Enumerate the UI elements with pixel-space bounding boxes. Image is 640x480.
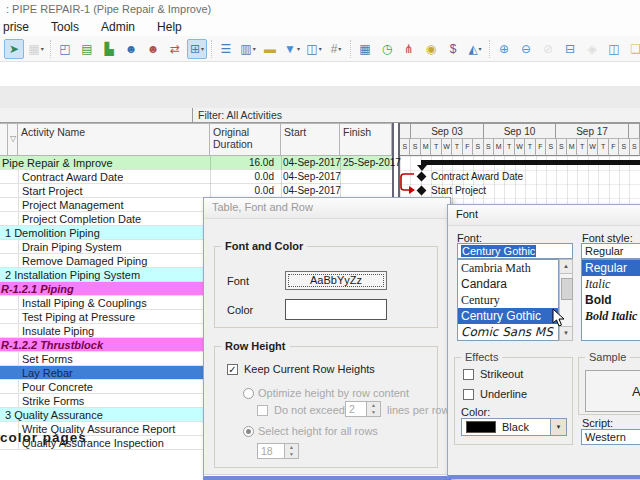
menu-item-tools[interactable]: Tools xyxy=(51,20,79,34)
strikeout-checkbox[interactable] xyxy=(463,369,474,380)
font-sample-button[interactable]: AaBbYyZz xyxy=(285,271,387,290)
font-option[interactable]: Century xyxy=(458,292,558,308)
optimize-height-radio[interactable] xyxy=(243,388,254,399)
activity-network-icon[interactable]: ⊞▾ xyxy=(187,39,207,59)
dropdown-caret-icon[interactable]: ▾ xyxy=(319,45,322,52)
trace-logic-icon[interactable]: ⇄ xyxy=(165,39,185,59)
dropdown-arrow-icon[interactable]: ▼ xyxy=(550,419,566,435)
underline-checkbox[interactable] xyxy=(463,389,474,400)
toolbar-separator xyxy=(211,40,212,58)
gantt-day-header[interactable]: SSMTWTFSSMTWTFSSMTWTFSS xyxy=(400,139,640,156)
dropdown-caret-icon[interactable]: ▾ xyxy=(41,45,44,52)
bar-chart-icon[interactable]: ▙ xyxy=(99,39,119,59)
font-style-list[interactable]: RegularItalicBoldBold Italic xyxy=(581,259,640,341)
day-header: F xyxy=(609,139,619,156)
day-header: W xyxy=(515,139,525,156)
font-style-input[interactable]: Regular xyxy=(581,243,640,259)
header-start[interactable]: Start xyxy=(281,123,340,156)
filter-funnel-icon[interactable]: ▼▾ xyxy=(282,39,302,59)
pointer-tool-icon[interactable]: ➤ xyxy=(4,39,24,59)
resource-cost-icon[interactable]: $ xyxy=(443,39,463,59)
activity-name: 3 Quality Assurance xyxy=(5,409,103,421)
activity-table-icon[interactable]: ▤ xyxy=(77,39,97,59)
reports-icon[interactable]: ◭▾ xyxy=(465,39,485,59)
group-title: Sample xyxy=(585,351,630,363)
font-list-scrollbar[interactable]: ▲ ▼ xyxy=(559,259,573,341)
start-date: 04-Sep-2017 xyxy=(283,171,341,182)
resource-profile-icon[interactable]: ☻ xyxy=(143,39,163,59)
summary-bar[interactable] xyxy=(421,160,640,165)
layouts-icon[interactable]: ◫▾ xyxy=(304,39,324,59)
scroll-up-icon[interactable]: ▲ xyxy=(560,260,572,274)
font-color-dropdown[interactable]: Black ▼ xyxy=(461,418,567,436)
scroll-down-icon[interactable]: ▼ xyxy=(560,326,572,340)
font-option[interactable]: Candara xyxy=(458,276,558,292)
font-style-option[interactable]: Regular xyxy=(582,260,640,276)
dropdown-caret-icon[interactable]: ▾ xyxy=(253,45,256,52)
layout-band xyxy=(0,62,640,86)
group-sort-icon[interactable]: ☰ xyxy=(216,39,236,59)
header-original-duration[interactable]: Original Duration xyxy=(210,123,281,156)
font-style-option[interactable]: Bold Italic xyxy=(582,308,640,324)
filter-bar[interactable]: Filter: All Activities xyxy=(0,108,640,123)
timescale-icon[interactable]: ▬ xyxy=(260,39,280,59)
font-list[interactable]: Cambria MathCandaraCenturyCentury Gothic… xyxy=(457,259,559,341)
row-height-spinner[interactable]: 18 ▲▼ xyxy=(257,443,299,459)
columns-icon[interactable]: ▥▾ xyxy=(238,39,258,59)
color-label: Color xyxy=(227,304,253,316)
keep-row-heights-checkbox[interactable]: ✓ xyxy=(227,364,238,375)
toolbar-separator xyxy=(50,40,51,58)
header-filter-column[interactable]: ▽ xyxy=(8,123,18,156)
global-change-icon[interactable]: ◉ xyxy=(421,39,441,59)
week-header xyxy=(629,123,640,139)
font-style-option[interactable]: Bold xyxy=(582,292,640,308)
day-header: S xyxy=(484,139,494,156)
script-input[interactable]: Western xyxy=(581,429,640,445)
do-not-exceed-checkbox[interactable] xyxy=(257,405,268,416)
activity-name: Project Management xyxy=(22,199,124,211)
renumber-ids-icon[interactable]: #▾ xyxy=(326,39,346,59)
font-option[interactable]: Century Gothic xyxy=(458,308,558,324)
activity-name: 2 Installation Piping System xyxy=(5,269,140,281)
menu-item-prise[interactable]: prise xyxy=(3,20,29,34)
level-resources-icon[interactable]: ⋔ xyxy=(399,39,419,59)
group-title: Row Height xyxy=(221,340,290,352)
split-horizontal-icon[interactable]: ⊟ xyxy=(560,39,580,59)
header-activity-name[interactable]: Activity Name xyxy=(18,123,210,156)
snap-grid-icon[interactable]: ▦▾ xyxy=(26,39,46,59)
menu-item-help[interactable]: Help xyxy=(157,20,182,34)
gantt-week-header[interactable]: Sep 03Sep 10Sep 17 xyxy=(400,123,640,139)
font-style-option[interactable]: Italic xyxy=(582,276,640,292)
original-duration: 0.0d xyxy=(210,185,274,196)
zoom-out-icon[interactable]: ⊖ xyxy=(516,39,536,59)
lines-per-row-spinner[interactable]: 2 ▲▼ xyxy=(345,401,381,417)
font-option[interactable]: Comic Sans MS xyxy=(458,324,558,340)
day-header: S xyxy=(546,139,556,156)
table-row[interactable]: Contract Award Date0.0d04-Sep-2017 xyxy=(0,170,392,184)
zoom-fit-icon[interactable]: ⊘ xyxy=(538,39,558,59)
activity-name: Insulate Piping xyxy=(22,325,94,337)
resource-usage-icon[interactable]: ☻ xyxy=(121,39,141,59)
font-option[interactable]: Cambria Math xyxy=(458,260,558,276)
update-progress-icon[interactable]: ◷ xyxy=(377,39,397,59)
zoom-in-icon[interactable]: ⊕ xyxy=(494,39,514,59)
select-height-radio[interactable] xyxy=(243,426,254,437)
scroll-thumb[interactable] xyxy=(561,278,573,300)
font-name-input[interactable]: Century Gothic xyxy=(457,243,573,259)
dropdown-caret-icon[interactable]: ▾ xyxy=(201,45,204,52)
activity-details-icon[interactable]: ◰ xyxy=(55,39,75,59)
menu-item-admin[interactable]: Admin xyxy=(101,20,135,34)
color-picker-box[interactable] xyxy=(285,299,387,320)
table-row[interactable]: Start Project0.0d04-Sep-2017 xyxy=(0,184,392,198)
dropdown-caret-icon[interactable]: ▾ xyxy=(297,45,300,52)
table-row[interactable]: Pipe Repair & Improve16.0d04-Sep-201725-… xyxy=(0,156,392,170)
optimize-height-label: Optimize height by row content xyxy=(258,387,409,399)
dropdown-caret-icon[interactable]: ▾ xyxy=(479,45,482,52)
sample-group: Sample Aa xyxy=(578,357,640,415)
dropdown-caret-icon[interactable]: ▾ xyxy=(338,45,341,52)
focus-icon[interactable]: ◈ xyxy=(582,39,602,59)
split-vertical-icon[interactable]: ◫ xyxy=(604,39,624,59)
comment-icon[interactable]: ❑ xyxy=(626,39,640,59)
schedule-icon[interactable]: ▦ xyxy=(355,39,375,59)
header-finish[interactable]: Finish xyxy=(340,123,392,156)
